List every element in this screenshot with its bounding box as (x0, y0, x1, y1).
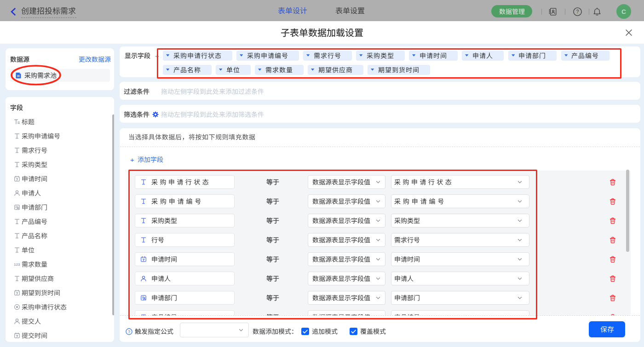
svg-text:?: ? (128, 329, 130, 334)
svg-text:?: ? (576, 9, 579, 14)
